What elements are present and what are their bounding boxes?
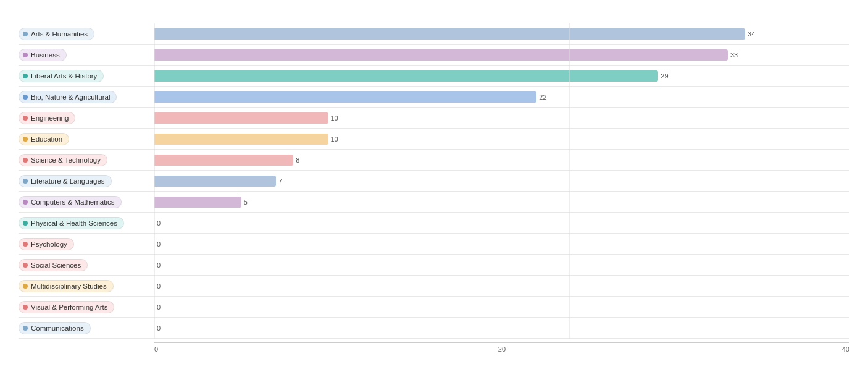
bar-row: Social Sciences 0	[19, 255, 849, 276]
bar-value: 7	[278, 177, 282, 185]
bar-label: Social Sciences	[31, 261, 81, 269]
bar-row: Psychology 0	[19, 234, 849, 255]
bar-label: Communications	[31, 324, 84, 332]
bar-container: 0	[154, 279, 849, 293]
bar-value: 10	[331, 135, 338, 143]
dot-icon	[23, 221, 28, 226]
dot-icon	[23, 158, 28, 163]
dot-icon	[23, 53, 28, 57]
bar-value: 29	[661, 72, 668, 80]
bar	[154, 70, 658, 82]
bar-value: 22	[539, 93, 546, 101]
x-axis-tick: 20	[386, 343, 617, 353]
bar-row: Communications 0	[19, 318, 849, 339]
dot-icon	[23, 263, 28, 268]
bar-row: Business 33	[19, 45, 849, 66]
label-cell: Visual & Performing Arts	[19, 301, 154, 313]
bar-container: 33	[154, 48, 849, 62]
bar-value: 0	[157, 219, 161, 227]
bar-value: 34	[748, 30, 755, 38]
label-cell: Literature & Languages	[19, 175, 154, 187]
bar-row: Education 10	[19, 129, 849, 150]
bar-label: Arts & Humanities	[31, 30, 88, 38]
bar	[154, 91, 536, 103]
bar-label: Computers & Mathematics	[31, 198, 115, 206]
bar-value: 0	[157, 324, 161, 332]
dot-icon	[23, 305, 28, 310]
bar	[154, 134, 328, 145]
label-cell: Physical & Health Sciences	[19, 217, 154, 229]
bar-container: 10	[154, 132, 849, 146]
label-pill: Business	[19, 49, 67, 61]
dot-icon	[23, 32, 28, 36]
bar-container: 22	[154, 90, 849, 104]
bar-container: 0	[154, 237, 849, 251]
label-cell: Liberal Arts & History	[19, 70, 154, 82]
bar-label: Education	[31, 135, 62, 143]
bar	[154, 155, 293, 166]
bar-container: 0	[154, 321, 849, 335]
chart-area: Arts & Humanities 34 Business 33 Liberal…	[19, 23, 849, 339]
label-pill: Liberal Arts & History	[19, 70, 104, 82]
dot-icon	[23, 242, 28, 247]
bar-label: Multidisciplinary Studies	[31, 282, 107, 290]
dot-icon	[23, 284, 28, 289]
bar	[154, 49, 728, 61]
bar-value: 5	[244, 198, 248, 206]
bar-container: 34	[154, 27, 849, 41]
bar-row: Multidisciplinary Studies 0	[19, 276, 849, 297]
bar-label: Engineering	[31, 114, 69, 122]
label-pill: Bio, Nature & Agricultural	[19, 91, 117, 103]
label-pill: Computers & Mathematics	[19, 196, 122, 208]
label-pill: Social Sciences	[19, 259, 88, 271]
bar-value: 8	[296, 156, 299, 164]
bar-row: Computers & Mathematics 5	[19, 192, 849, 213]
bar-label: Business	[31, 51, 60, 59]
dot-icon	[23, 116, 28, 121]
label-pill: Physical & Health Sciences	[19, 217, 124, 229]
bar-container: 7	[154, 174, 849, 188]
label-pill: Communications	[19, 322, 91, 334]
label-cell: Arts & Humanities	[19, 28, 154, 40]
label-pill: Literature & Languages	[19, 175, 112, 187]
dot-icon	[23, 95, 28, 100]
bar-row: Physical & Health Sciences 0	[19, 213, 849, 234]
label-cell: Engineering	[19, 112, 154, 124]
bar-container: 10	[154, 111, 849, 125]
bar-label: Bio, Nature & Agricultural	[31, 93, 110, 101]
label-cell: Business	[19, 49, 154, 61]
chart-wrapper: Arts & Humanities 34 Business 33 Liberal…	[19, 12, 849, 353]
bar-container: 29	[154, 69, 849, 83]
bar-container: 8	[154, 153, 849, 167]
dot-icon	[23, 137, 28, 142]
bar-label: Physical & Health Sciences	[31, 219, 117, 227]
bar-value: 0	[157, 303, 161, 311]
bar-label: Visual & Performing Arts	[31, 303, 107, 311]
bar-container: 0	[154, 300, 849, 314]
bar-row: Bio, Nature & Agricultural 22	[19, 87, 849, 108]
bar-label: Science & Technology	[31, 156, 101, 164]
label-pill: Arts & Humanities	[19, 28, 94, 40]
label-pill: Education	[19, 133, 69, 145]
label-cell: Education	[19, 133, 154, 145]
x-axis-tick: 40	[618, 343, 849, 353]
bar-value: 10	[331, 114, 338, 122]
dot-icon	[23, 74, 28, 78]
x-axis-tick: 0	[154, 343, 386, 353]
bar-value: 0	[157, 282, 161, 290]
bar-value: 0	[157, 240, 161, 248]
bar-row: Arts & Humanities 34	[19, 23, 849, 45]
label-pill: Multidisciplinary Studies	[19, 280, 114, 292]
bar	[154, 176, 276, 187]
bar-label: Literature & Languages	[31, 177, 105, 185]
label-cell: Science & Technology	[19, 154, 154, 166]
label-cell: Communications	[19, 322, 154, 334]
bar-row: Liberal Arts & History 29	[19, 66, 849, 87]
label-cell: Psychology	[19, 238, 154, 250]
bar-container: 0	[154, 258, 849, 272]
bar-value: 0	[157, 261, 161, 269]
label-pill: Engineering	[19, 112, 75, 124]
x-axis: 02040	[154, 342, 849, 353]
bar-row: Literature & Languages 7	[19, 171, 849, 192]
bar-row: Visual & Performing Arts 0	[19, 297, 849, 318]
